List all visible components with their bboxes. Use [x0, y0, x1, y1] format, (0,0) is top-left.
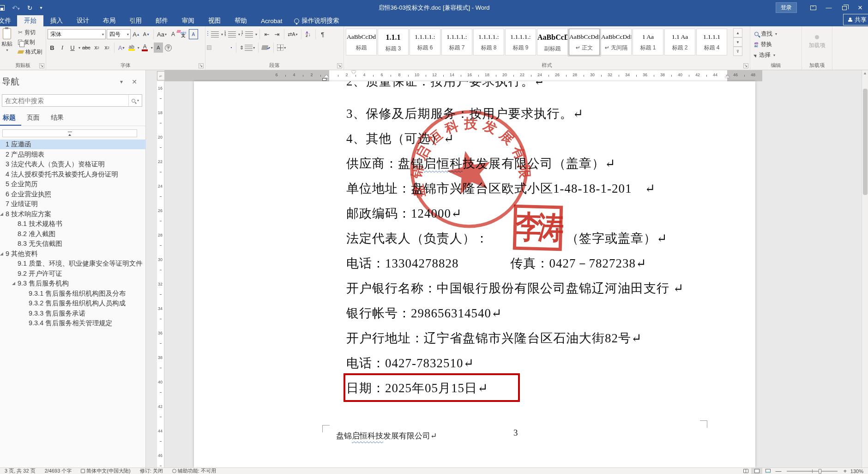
increase-indent-button[interactable]: ⇥ — [272, 29, 282, 39]
font-name-select[interactable]: 宋体▾ — [48, 29, 106, 39]
ribbon-tab-设计[interactable]: 设计 — [70, 15, 96, 26]
character-shading-button[interactable]: A — [154, 43, 163, 53]
grow-font-button[interactable]: A▲ — [132, 29, 141, 39]
track-changes-status[interactable]: 修订: 关闭 — [135, 468, 168, 474]
web-layout-button[interactable] — [762, 468, 773, 474]
multilevel-list-button[interactable]: 1 a i — [241, 29, 254, 39]
ribbon-tab-帮助[interactable]: 帮助 — [228, 15, 254, 26]
style-item[interactable]: AaBbCcDdE↵ 无间隔 — [601, 29, 632, 55]
justify-button[interactable] — [223, 45, 228, 50]
zoom-slider-thumb[interactable] — [819, 469, 821, 474]
style-item[interactable]: 1.1.1.1.:标题 6 — [410, 29, 440, 55]
bullet-list-button[interactable]: • • • — [207, 29, 220, 39]
nav-heading-item[interactable]: 9.1 质量、环境、职业健康安全等证明文件 — [0, 259, 146, 268]
asian-layout-button[interactable]: ⇄A▾ — [287, 29, 299, 39]
search-options-icon[interactable]: ▾ — [137, 98, 139, 103]
numbered-list-button[interactable]: 1 2 3 — [224, 29, 237, 39]
ribbon-tab-邮件[interactable]: 邮件 — [149, 15, 175, 26]
minimize-button[interactable]: — — [821, 0, 837, 15]
collapse-triangle-icon[interactable]: ◢ — [0, 209, 3, 219]
close-button[interactable]: × — [852, 0, 868, 15]
restore-button[interactable] — [837, 0, 852, 15]
nav-heading-item[interactable]: 2 产品明细表 — [0, 150, 146, 159]
replace-button[interactable]: abac替换 — [752, 40, 800, 49]
style-item[interactable]: 1.1.1.1.:标题 7 — [441, 29, 472, 55]
nav-heading-item[interactable]: 9.2 开户许可证 — [0, 269, 146, 279]
show-paragraph-marks-button[interactable]: ¶ — [318, 29, 327, 39]
styles-scroll-up-icon[interactable]: ▲ — [733, 28, 742, 37]
styles-scroll-down-icon[interactable]: ▼ — [733, 37, 742, 47]
collapse-triangle-icon[interactable]: ◢ — [12, 279, 15, 288]
nav-heading-item[interactable]: 8.1 技术规格书 — [0, 219, 146, 229]
nav-heading-item[interactable]: 4 法人授权委托书及被委托人身份证明 — [0, 170, 146, 179]
strikethrough-button[interactable]: abc — [81, 43, 91, 53]
horizontal-ruler[interactable]: 2462468101214161820222426283032343638404… — [164, 70, 762, 81]
vertical-scrollbar[interactable]: ▲ — [862, 70, 868, 468]
accessibility-status[interactable]: 辅助功能: 不可用 — [168, 468, 221, 474]
print-layout-button[interactable] — [751, 468, 762, 474]
tell-me-search[interactable]: 操作说明搜索 — [289, 15, 344, 26]
document-text-line[interactable]: 电话：0427-7832510↵ — [346, 355, 474, 371]
distribute-button[interactable] — [229, 45, 234, 50]
style-item[interactable]: AaBbCcDd标题 — [346, 29, 377, 55]
nav-heading-item[interactable]: 6 企业营业执照 — [0, 189, 146, 199]
font-color-button[interactable]: A — [140, 43, 150, 53]
copy-button[interactable]: 复制 — [18, 38, 42, 46]
document-page[interactable]: 2、质量保证：按用户要求执行。↵3、保修及后期服务：按用户要求执行。↵4、其他（… — [194, 81, 755, 468]
character-border-button[interactable]: A — [189, 29, 198, 39]
highlight-color-button[interactable]: ab — [127, 43, 136, 53]
align-center-button[interactable] — [212, 45, 217, 50]
style-item[interactable]: 1.1.1标题 3 — [378, 29, 409, 55]
document-text-line[interactable]: 开户银行名称：中国银行股份有限公司盘锦辽河油田支行 ↵ — [346, 280, 684, 297]
sign-in-button[interactable]: 登录 — [776, 2, 797, 13]
style-item[interactable]: 1.1.1.1.:标题 9 — [505, 29, 536, 55]
nav-heading-item[interactable]: 8 技术响应方案◢ — [0, 209, 146, 219]
share-button[interactable]: 共享 — [843, 14, 868, 25]
nav-heading-item[interactable]: 9.3.4 售后服务相关管理规定 — [0, 318, 146, 328]
document-text-line[interactable]: 2、质量保证：按用户要求执行。↵ — [346, 81, 545, 90]
scrollbar-thumb[interactable] — [863, 89, 868, 195]
zoom-slider[interactable] — [787, 471, 838, 472]
style-item[interactable]: 1.1 Aa标题 2 — [664, 29, 695, 55]
nav-heading-item[interactable]: 9.3.3 售后服务承诺 — [0, 309, 146, 318]
ribbon-tab-插入[interactable]: 插入 — [43, 15, 70, 26]
tab-stop-selector[interactable]: ⌐ — [157, 71, 165, 80]
bold-button[interactable]: B — [48, 43, 57, 53]
style-item[interactable]: AaBbCcDd副标题 — [537, 29, 568, 55]
left-indent-marker[interactable] — [322, 78, 326, 81]
navigation-options-icon[interactable]: ▾ — [115, 79, 128, 85]
nav-tab-标题[interactable]: 标题 — [0, 112, 21, 126]
undo-icon[interactable]: ↶▾ — [12, 4, 20, 12]
underline-button[interactable]: U — [68, 43, 77, 53]
nav-heading-item[interactable]: 5 企业简历 — [0, 179, 146, 189]
select-button[interactable]: 选择▾ — [752, 50, 800, 60]
jump-to-beginning-bar[interactable] — [2, 129, 137, 137]
align-left-button[interactable] — [207, 45, 211, 50]
nav-heading-item[interactable]: 3 法定代表人（负责人）资格证明 — [0, 159, 146, 169]
search-icon[interactable] — [132, 99, 135, 103]
styles-more-icon[interactable]: ⊽ — [733, 47, 742, 56]
text-effects-button[interactable]: A▾ — [117, 43, 126, 53]
ribbon-tab-Acrobat[interactable]: Acrobat — [254, 15, 289, 26]
clear-formatting-button[interactable]: A — [169, 29, 178, 39]
shading-button[interactable]: ▾ — [261, 43, 271, 53]
hanging-indent-marker[interactable] — [324, 73, 329, 78]
shrink-font-button[interactable]: A▼ — [142, 29, 151, 39]
search-input[interactable] — [2, 97, 128, 104]
nav-heading-item[interactable]: 8.2 准入截图 — [0, 229, 146, 239]
italic-button[interactable]: I — [58, 43, 67, 53]
phonetic-guide-button[interactable]: wén文 — [179, 29, 188, 39]
language-status[interactable]: 简体中文(中国大陆) — [76, 468, 135, 474]
nav-heading-item[interactable]: 9.3 售后服务机构◢ — [0, 279, 146, 288]
styles-dialog-launcher-icon[interactable]: ↘ — [743, 63, 748, 68]
word-count-status[interactable]: 2/4693 个字 — [40, 468, 77, 474]
ribbon-display-options-icon[interactable]: ^ — [805, 0, 821, 15]
ribbon-tab-开始[interactable]: 开始 — [17, 15, 43, 26]
navigation-close-icon[interactable]: ✕ — [128, 78, 141, 85]
document-text-line[interactable]: 法定代表人（负责人）： （签字或盖章）↵ — [346, 230, 668, 247]
save-icon[interactable] — [0, 5, 5, 11]
clipboard-dialog-launcher-icon[interactable]: ↘ — [39, 63, 44, 68]
ribbon-tab-视图[interactable]: 视图 — [201, 15, 228, 26]
collapse-triangle-icon[interactable]: ◢ — [0, 249, 3, 259]
ribbon-tab-引用[interactable]: 引用 — [122, 15, 149, 26]
